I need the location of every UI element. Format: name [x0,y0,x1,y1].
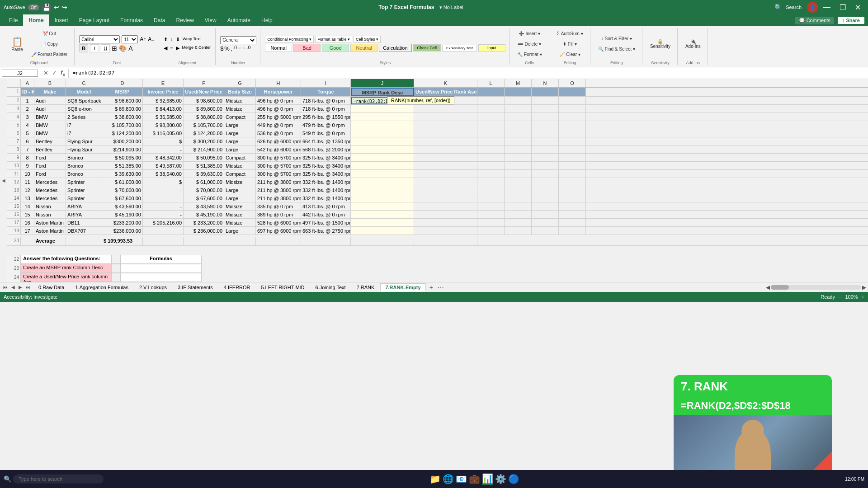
zoom-out-btn[interactable]: − [839,294,841,300]
cell-invoice-11[interactable]: $ 38,640.00 [143,170,184,178]
name-box[interactable] [2,70,38,77]
cell-m-4[interactable] [505,113,532,121]
cell-used-10[interactable]: $ 51,385.00 [184,162,224,169]
cell-o-14[interactable] [559,194,586,202]
cell-model-4[interactable]: 2 Series [66,113,102,121]
cell-rank-asc-17[interactable] [414,219,477,226]
cell-make-7[interactable]: Bentley [34,137,66,145]
cell-invoice-14[interactable]: - [143,194,184,202]
cell-id-2[interactable]: 1 [21,97,34,104]
align-middle-icon[interactable]: ↕ [170,36,174,43]
clear-button[interactable]: 🧹 Clear ▾ [554,50,586,59]
cell-msrp-10[interactable]: $ 51,385.00 [102,162,143,169]
cell-model-15[interactable]: ARIYA [66,202,102,210]
cell-invoice-2[interactable]: $ 92,685.00 [143,97,184,104]
conditional-formatting-button[interactable]: Conditional Formatting ▾ [265,36,314,43]
share-button[interactable]: ↑ Share [838,17,864,24]
delete-button[interactable]: ➖ Delete ▾ [514,39,545,49]
cell-o-11[interactable] [559,170,586,178]
cell-o-18[interactable] [559,227,586,235]
cell-torque-16[interactable]: 442 ft-lbs. @ 0 rpm [301,211,351,218]
cell-make-18[interactable]: Aston Martin [34,227,66,235]
cell-rank-17[interactable] [351,219,414,226]
cell-torque-3[interactable]: 718 ft-lbs. @ 0 rpm [301,105,351,113]
cell-make-14[interactable]: Mercedes [34,194,66,202]
col-header-N[interactable]: N [532,79,559,87]
align-right-icon[interactable]: ▶ [175,44,180,52]
font-size-select[interactable]: 11 [122,35,138,43]
cell-invoice-5[interactable]: $ 98,800.00 [143,121,184,129]
cell-rank-asc-18[interactable] [414,227,477,235]
cell-n-12[interactable] [532,178,559,186]
cell-make-12[interactable]: Mercedes [34,178,66,186]
cell-invoice-3[interactable]: $ 84,413.00 [143,105,184,113]
cell-body-2[interactable]: Midsize [224,97,256,104]
cell-hp-6[interactable]: 536 hp @ 0 rpm [256,129,301,137]
cell-msrp-2[interactable]: $ 98,600.00 [102,97,143,104]
cell-used-7[interactable]: $ 300,200.00 [184,137,224,145]
col-header-D[interactable]: D [102,79,143,87]
tab-review[interactable]: Review [170,14,199,26]
cell-make-10[interactable]: Ford [34,162,66,169]
style-check-cell[interactable]: Check Cell [413,44,441,52]
cell-m-2[interactable] [505,97,532,104]
tab-view[interactable]: View [199,14,222,26]
cell-body-7[interactable]: Large [224,137,256,145]
cell-n-15[interactable] [532,202,559,210]
cell-id-9[interactable]: 8 [21,154,34,161]
cell-hp-16[interactable]: 389 hp @ 0 rpm [256,211,301,218]
redo-icon[interactable]: ↪ [62,4,67,11]
align-center-icon[interactable]: ≡ [169,44,174,52]
cell-hp-18[interactable]: 697 hp @ 6000 rpm [256,227,301,235]
cell-torque-11[interactable]: 325 ft-lbs. @ 3400 rpm [301,170,351,178]
cell-body-17[interactable]: Midsize [224,219,256,226]
cancel-formula-icon[interactable]: ✕ [42,69,50,77]
align-bottom-icon[interactable]: ⬇ [175,36,181,43]
formula-input[interactable] [71,70,866,76]
cell-make-6[interactable]: BMW [34,129,66,137]
col-header-K[interactable]: K [414,79,477,87]
format-painter-button[interactable]: 🖌️ Format Painter [28,50,71,59]
cell-used-18[interactable]: $ 236,000.00 [184,227,224,235]
cell-model-3[interactable]: SQ8 e-tron [66,105,102,113]
cell-hp-17[interactable]: 528 hp @ 6000 rpm [256,219,301,226]
cell-invoice-18[interactable] [143,227,184,235]
col-header-J[interactable]: J [351,79,414,87]
cell-torque-15[interactable]: 413 ft-lbs. @ 0 rpm [301,202,351,210]
col-header-G[interactable]: G [224,79,256,87]
cell-model-6[interactable]: i7 [66,129,102,137]
taskbar-app-circle[interactable]: 🔵 [508,474,519,484]
cell-used-14[interactable]: $ 67,600.00 [184,194,224,202]
cell-m-12[interactable] [505,178,532,186]
copy-button[interactable]: 📄 Copy [28,39,71,49]
undo-icon[interactable]: ↩ [54,4,59,11]
cell-hp-10[interactable]: 300 hp @ 5700 rpm [256,162,301,169]
cell-l-6[interactable] [477,129,505,137]
autosum-button[interactable]: Σ AutoSum ▾ [554,29,586,38]
cell-o-8[interactable] [559,145,586,153]
cell-l-11[interactable] [477,170,505,178]
cell-model-9[interactable]: Bronco [66,154,102,161]
cell-rank-8[interactable] [351,145,414,153]
confirm-formula-icon[interactable]: ✓ [51,69,58,77]
cell-make-15[interactable]: Nissan [34,202,66,210]
cell-rank-asc-13[interactable] [414,186,477,194]
tab-nav-next[interactable]: ▶ [17,284,24,291]
style-explanatory[interactable]: Explanatory Text [442,45,477,52]
taskbar-app-teams[interactable]: 💼 [469,474,480,484]
cell-rank-15[interactable] [351,202,414,210]
format-button[interactable]: 🔧 Format ▾ [514,50,545,59]
cell-l-10[interactable] [477,162,505,169]
cell-rank-asc-15[interactable] [414,202,477,210]
cell-hp-13[interactable]: 211 hp @ 3800 rpm [256,186,301,194]
cell-n-11[interactable] [532,170,559,178]
tab-nav-last[interactable]: ⏭ [24,284,32,291]
search-taskbar-icon[interactable]: 🔍 [4,475,11,483]
minimize-button[interactable]: — [820,1,834,13]
cell-body-3[interactable]: Midsize [224,105,256,113]
cell-body-9[interactable]: Compact [224,154,256,161]
style-calculation[interactable]: Calculation [379,44,411,52]
col-header-C[interactable]: C [66,79,102,87]
cell-model-12[interactable]: Sprinter [66,178,102,186]
font-name-select[interactable]: Calibri [79,35,120,43]
